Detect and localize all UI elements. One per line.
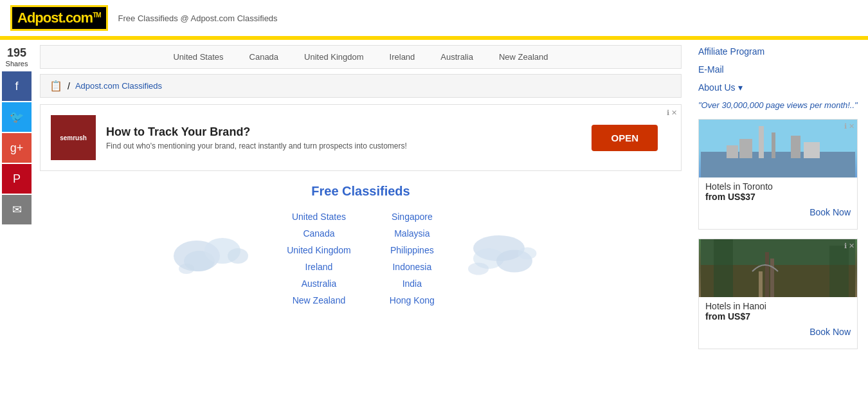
- svg-rect-23: [829, 246, 849, 297]
- social-sidebar: 195 Shares f 🐦 g+ P ✉: [0, 40, 33, 365]
- country-link-ireland[interactable]: Ireland: [287, 262, 351, 272]
- country-link-nz[interactable]: New Zealand: [287, 295, 351, 305]
- email-link[interactable]: E-Mail: [698, 64, 858, 75]
- breadcrumb: 📋 / Adpost.com Classifieds: [40, 74, 682, 98]
- country-link-malaysia[interactable]: Malaysia: [390, 228, 435, 239]
- nav-united-kingdom[interactable]: United Kingdom: [304, 52, 364, 62]
- ad-banner: ℹ ✕ semrush How to Track Your Brand? Fin…: [40, 104, 682, 171]
- hotel-hanoi-close-icon[interactable]: ℹ ✕: [844, 242, 854, 250]
- svg-point-3: [228, 248, 248, 264]
- share-count: 195 Shares: [6, 46, 28, 68]
- shares-label: Shares: [6, 60, 28, 68]
- svg-point-4: [179, 264, 194, 274]
- nav-new-zealand[interactable]: New Zealand: [499, 52, 548, 62]
- country-link-uk[interactable]: United Kingdom: [287, 245, 351, 255]
- header-tagline: Free Classifieds @ Adpost.com Classified…: [118, 14, 278, 23]
- center-content: United States Canada United Kingdom Irel…: [33, 40, 688, 365]
- nav-bar: United States Canada United Kingdom Irel…: [40, 45, 682, 69]
- svg-rect-17: [727, 145, 738, 158]
- nav-united-states[interactable]: United States: [173, 52, 223, 62]
- svg-rect-14: [739, 139, 752, 158]
- svg-rect-24: [759, 271, 763, 297]
- hotel-hanoi-image: [699, 239, 857, 297]
- classifieds-section: Free Classifieds United States Canada Un…: [40, 184, 682, 305]
- country-link-indonesia[interactable]: Indonesia: [390, 262, 435, 272]
- country-link-canada[interactable]: Canada: [287, 228, 351, 239]
- hotel-toronto-book[interactable]: Book Now: [699, 204, 857, 221]
- right-country-col: Singapore Malaysia Philippines Indonesia…: [390, 212, 435, 305]
- hotel-toronto-name: Hotels in Toronto: [705, 181, 851, 192]
- breadcrumb-icon: 📋: [50, 80, 62, 92]
- shares-number: 195: [6, 46, 28, 60]
- about-us-link[interactable]: About Us ▾: [698, 82, 858, 93]
- svg-rect-11: [701, 152, 855, 177]
- nav-ireland[interactable]: Ireland: [390, 52, 415, 62]
- world-map-right: [448, 220, 550, 297]
- header: Adpost.comTM Free Classifieds @ Adpost.c…: [0, 0, 868, 38]
- hotel-toronto-price: from US$37: [705, 192, 851, 202]
- hotel-card-hanoi: ℹ ✕ Hotels in Hanoi from US$7 Book Now: [698, 239, 858, 349]
- country-link-singapore[interactable]: Singapore: [390, 212, 435, 222]
- logo-tm: TM: [93, 12, 100, 19]
- classifieds-title: Free Classifieds: [40, 184, 682, 199]
- country-columns: United States Canada United Kingdom Irel…: [287, 212, 435, 305]
- breadcrumb-link[interactable]: Adpost.com Classifieds: [75, 81, 162, 91]
- svg-rect-13: [772, 132, 775, 158]
- svg-rect-22: [714, 239, 733, 297]
- world-map-left: [171, 220, 274, 297]
- svg-point-9: [518, 247, 536, 259]
- svg-rect-16: [804, 142, 820, 158]
- twitter-button[interactable]: 🐦: [2, 102, 32, 132]
- affiliate-program-link[interactable]: Affiliate Program: [698, 46, 858, 57]
- country-link-australia[interactable]: Australia: [287, 278, 351, 289]
- hotel-toronto-image: [699, 120, 857, 177]
- about-us-label: About Us: [698, 82, 736, 93]
- country-link-us[interactable]: United States: [287, 212, 351, 222]
- svg-rect-15: [791, 136, 800, 158]
- ad-description: Find out who's mentioning your brand, re…: [106, 141, 407, 150]
- quote-text: "Over 30,000,000 page views per month!..…: [698, 100, 858, 110]
- nav-australia[interactable]: Australia: [440, 52, 473, 62]
- ad-open-button[interactable]: OPEN: [592, 125, 658, 151]
- logo[interactable]: Adpost.comTM: [10, 5, 108, 31]
- hotel-hanoi-price: from US$7: [705, 311, 851, 322]
- logo-brand: Adpost.com: [17, 10, 93, 26]
- googleplus-button[interactable]: g+: [2, 133, 32, 163]
- svg-rect-21: [770, 259, 774, 297]
- facebook-button[interactable]: f: [2, 71, 32, 101]
- country-link-philippines[interactable]: Philippines: [390, 245, 435, 255]
- left-country-col: United States Canada United Kingdom Irel…: [287, 212, 351, 305]
- country-link-india[interactable]: India: [390, 278, 435, 289]
- ad-logo: semrush: [51, 115, 96, 160]
- hotel-close-icon[interactable]: ℹ ✕: [844, 122, 854, 131]
- logo-text: Adpost.comTM: [17, 10, 101, 26]
- hotel-toronto-info: Hotels in Toronto from US$37: [699, 177, 857, 204]
- ad-close-icon[interactable]: ℹ ✕: [667, 109, 677, 117]
- hotel-hanoi-info: Hotels in Hanoi from US$7: [699, 297, 857, 324]
- svg-rect-12: [759, 126, 764, 158]
- svg-point-8: [468, 262, 489, 275]
- ad-text: How to Track Your Brand? Find out who's …: [106, 125, 407, 150]
- right-sidebar: Affiliate Program E-Mail About Us ▾ "Ove…: [688, 40, 868, 365]
- breadcrumb-separator: /: [68, 81, 70, 91]
- chevron-down-icon: ▾: [738, 82, 743, 93]
- country-link-hongkong[interactable]: Hong Kong: [390, 295, 435, 305]
- main-container: 195 Shares f 🐦 g+ P ✉ United States Cana…: [0, 40, 868, 365]
- hotel-hanoi-name: Hotels in Hanoi: [705, 301, 851, 311]
- pinterest-button[interactable]: P: [2, 164, 32, 194]
- ad-title: How to Track Your Brand?: [106, 125, 407, 139]
- ad-logo-text: semrush: [60, 134, 87, 141]
- classifieds-body: United States Canada United Kingdom Irel…: [40, 212, 682, 305]
- nav-canada[interactable]: Canada: [249, 52, 279, 62]
- svg-rect-20: [765, 252, 769, 297]
- hotel-hanoi-book[interactable]: Book Now: [699, 324, 857, 341]
- hotel-card-toronto: ℹ ✕ Hotels in Toronto from US$37 Book No…: [698, 119, 858, 230]
- email-share-button[interactable]: ✉: [2, 195, 32, 224]
